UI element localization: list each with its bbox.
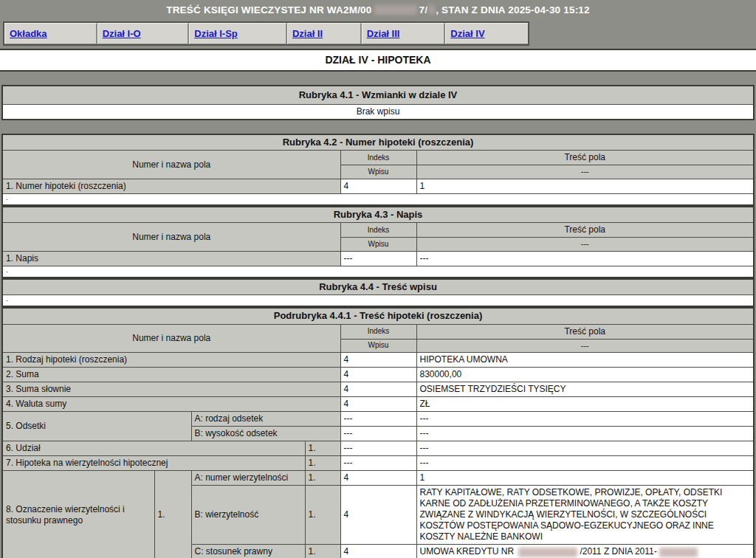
subfield-label: B: wierzytelność xyxy=(191,486,305,545)
field-indeks: 4 xyxy=(340,486,416,545)
field-value: --- xyxy=(416,252,754,266)
subfield-num: 1. xyxy=(305,545,340,558)
field-value: HIPOTEKA UMOWNA xyxy=(416,353,754,368)
field-num: 1. xyxy=(305,441,340,456)
field-indeks: --- xyxy=(340,252,416,266)
subfield-label: A: rodzaj odsetek xyxy=(191,412,340,427)
field-value: OSIEMSET TRZYDZIEŚCI TYSIĘCY xyxy=(416,382,754,397)
field-indeks: --- xyxy=(340,456,416,471)
rubryka-4-3-table: Rubryka 4.3 - Napis Numer i nazwa pola I… xyxy=(1,206,755,278)
colhead-indeks: Indeks xyxy=(340,324,416,339)
subfield-label: A: numer wierzytelności xyxy=(191,471,305,486)
document-title-band: TREŚĆ KSIĘGI WIECZYSTEJ NR WA2M/00 7/ , … xyxy=(0,0,756,19)
field-label: 4. Waluta sumy xyxy=(2,397,340,412)
tab-okladka-link[interactable]: Okładka xyxy=(10,28,47,39)
field-value: --- xyxy=(416,456,754,471)
colhead-wpisu: Wpisu xyxy=(340,165,416,179)
tab-dzial-iii[interactable]: Dział III xyxy=(362,23,446,44)
field-indeks: 4 xyxy=(340,397,416,412)
field-value: 1 xyxy=(416,471,754,486)
field-num: 1. xyxy=(154,471,191,558)
subfield-label: B: wysokość odsetek xyxy=(191,427,340,441)
section-footer-mark: - xyxy=(2,266,754,278)
field-indeks: 4 xyxy=(340,382,416,397)
colhead-indeks: Indeks xyxy=(340,223,416,238)
tab-dzial-ii-link[interactable]: Dział II xyxy=(292,28,323,39)
document-title-part1: TREŚĆ KSIĘGI WIECZYSTEJ NR WA2M/00 xyxy=(166,4,371,16)
field-label: 5. Odsetki xyxy=(2,412,191,441)
field-value: ZŁ xyxy=(416,397,754,412)
field-value: --- xyxy=(416,441,754,456)
tab-okladka[interactable]: Okładka xyxy=(4,23,97,44)
field-value: 1 xyxy=(416,179,754,194)
field-indeks: 4 xyxy=(340,353,416,368)
colhead-numer-i-nazwa-pola: Numer i nazwa pola xyxy=(2,223,340,252)
colhead-tresc-pola: Treść pola xyxy=(416,223,754,238)
field-label: 2. Suma xyxy=(2,368,340,382)
section-footer-mark: - xyxy=(2,194,754,206)
redacted-credit-date xyxy=(659,548,698,557)
subfield-num: 1. xyxy=(305,471,340,486)
tab-dzial-i-sp-link[interactable]: Dział I-Sp xyxy=(194,28,238,39)
field-value: --- xyxy=(416,412,754,427)
document-title-part3: , STAN Z DNIA 2025-04-30 15:12 xyxy=(436,4,590,16)
field-value: RATY KAPITAŁOWE, RATY ODSETKOWE, PROWIZJ… xyxy=(416,486,754,545)
field-indeks: 4 xyxy=(340,471,416,486)
redacted-kw-check-digit xyxy=(428,5,435,14)
field-indeks: 4 xyxy=(340,179,416,194)
tab-dzial-i-o-link[interactable]: Dział I-O xyxy=(103,28,141,39)
dzial-iv-heading: DZIAŁ IV - HIPOTEKA xyxy=(0,49,756,72)
tab-dzial-iv-link[interactable]: Dział IV xyxy=(450,28,484,39)
section-footer-mark: - xyxy=(2,295,754,307)
field-value: UMOWA KREDYTU NR /2011 Z DNIA 2011- xyxy=(416,545,754,558)
subfield-num: 1. xyxy=(305,486,340,545)
podrubryka-4-4-1-title: Podrubryka 4.4.1 - Treść hipoteki (roszc… xyxy=(2,308,754,324)
colhead-tresc-dash: --- xyxy=(416,339,754,353)
redacted-kw-number xyxy=(374,5,417,15)
document-title-part2: 7/ xyxy=(419,4,428,16)
tab-dzial-iii-link[interactable]: Dział III xyxy=(367,28,400,39)
field-label: 1. Rodzaj hipoteki (roszczenia) xyxy=(2,353,340,368)
colhead-wpisu: Wpisu xyxy=(340,339,416,353)
rubryka-4-4-table: Rubryka 4.4 - Treść wpisu - xyxy=(1,278,755,307)
rubryka-4-1-title: Rubryka 4.1 - Wzmianki w dziale IV xyxy=(1,85,755,105)
colhead-tresc-dash: --- xyxy=(416,165,754,179)
rubryka-4-1-empty: Brak wpisu xyxy=(1,105,755,120)
colhead-tresc-pola: Treść pola xyxy=(416,151,754,165)
field-label: 8. Oznaczenie wierzytelności i stosunku … xyxy=(2,471,154,558)
tab-dzial-iv[interactable]: Dział IV xyxy=(445,23,528,44)
tab-dzial-i-sp[interactable]: Dział I-Sp xyxy=(189,23,287,44)
rubryka-4-2-table: Rubryka 4.2 - Numer hipoteki (roszczenia… xyxy=(1,134,755,206)
tab-dzial-ii[interactable]: Dział II xyxy=(287,23,362,44)
field-value-part1: UMOWA KREDYTU NR xyxy=(420,546,515,557)
field-value: --- xyxy=(416,427,754,441)
colhead-wpisu: Wpisu xyxy=(340,238,416,252)
field-indeks: 4 xyxy=(340,545,416,558)
field-label: 7. Hipoteka na wierzytelności hipoteczne… xyxy=(2,456,305,471)
colhead-tresc-pola: Treść pola xyxy=(416,324,754,339)
subfield-label: C: stosunek prawny xyxy=(191,545,305,558)
field-label: 6. Udział xyxy=(2,441,305,456)
field-num: 1. xyxy=(305,456,340,471)
field-label: 3. Suma słownie xyxy=(2,382,340,397)
rubryka-4-2-title: Rubryka 4.2 - Numer hipoteki (roszczenia… xyxy=(2,134,754,151)
field-value: 830000,00 xyxy=(416,368,754,382)
colhead-numer-i-nazwa-pola: Numer i nazwa pola xyxy=(2,151,340,179)
field-value-part2: /2011 Z DNIA 2011- xyxy=(580,546,656,557)
colhead-indeks: Indeks xyxy=(340,151,416,165)
field-indeks: --- xyxy=(340,427,416,441)
rubryka-4-4-title: Rubryka 4.4 - Treść wpisu xyxy=(2,279,754,295)
field-label: 1. Numer hipoteki (roszczenia) xyxy=(2,179,340,194)
field-indeks: --- xyxy=(340,441,416,456)
colhead-tresc-dash: --- xyxy=(416,238,754,252)
field-indeks: 4 xyxy=(340,368,416,382)
redacted-credit-number xyxy=(518,548,577,557)
podrubryka-4-4-1-table: Podrubryka 4.4.1 - Treść hipoteki (roszc… xyxy=(1,307,755,558)
section-tabbar: Okładka Dział I-O Dział I-Sp Dział II Dz… xyxy=(3,21,529,46)
tab-dzial-i-o[interactable]: Dział I-O xyxy=(97,23,190,44)
rubryka-4-3-title: Rubryka 4.3 - Napis xyxy=(2,207,754,223)
field-label: 1. Napis xyxy=(2,252,340,266)
colhead-numer-i-nazwa-pola: Numer i nazwa pola xyxy=(2,324,340,353)
field-indeks: --- xyxy=(340,412,416,427)
